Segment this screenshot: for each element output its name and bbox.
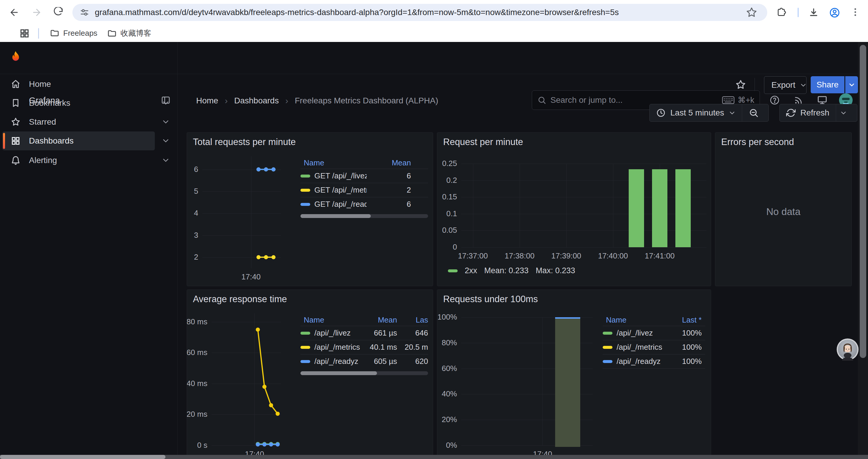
legend-header-name: Name xyxy=(603,316,669,325)
legend-row[interactable]: /api/_/metrics40.1 ms20.5 m xyxy=(301,340,428,354)
refresh-controls: Refresh xyxy=(779,104,857,122)
url-bar[interactable]: grafana.mathmast.com/d/deytv4rwavabkb/fr… xyxy=(72,4,767,21)
series-color-pill xyxy=(301,189,310,192)
assistant-avatar[interactable] xyxy=(836,338,859,361)
back-icon[interactable] xyxy=(9,7,20,18)
chevron-down-icon[interactable] xyxy=(840,109,847,117)
browser-menu-icon[interactable] xyxy=(850,6,861,18)
y-axis-tick-label: 0% xyxy=(437,441,457,450)
panel-title[interactable]: Errors per second xyxy=(721,137,794,147)
panel-errors-per-second[interactable]: Errors per second No data xyxy=(715,132,852,286)
x-axis-tick-label: 17:40 xyxy=(222,272,281,282)
chevron-down-icon[interactable] xyxy=(161,98,170,107)
legend-row[interactable]: /api/_/metrics100% xyxy=(603,340,705,354)
favorite-star-icon[interactable] xyxy=(735,79,746,90)
panel-title[interactable]: Requests under 100ms xyxy=(443,294,538,304)
series-layer xyxy=(212,314,281,446)
sidebar-item-alerting[interactable]: Alerting xyxy=(2,151,155,170)
time-controls: Last 5 minutes xyxy=(649,104,769,122)
legend-value: 646 xyxy=(397,328,428,338)
export-button[interactable]: Export xyxy=(764,76,807,94)
legend-row[interactable]: /api/_/livez661 µs646 xyxy=(301,326,428,340)
legend-header: NameMeanLas xyxy=(301,314,428,326)
bookmark-folder-freeleaps[interactable]: Freeleaps xyxy=(50,28,97,38)
legend-value: 40.1 ms xyxy=(365,342,397,352)
y-axis-tick-label: 4 xyxy=(187,208,198,218)
series-color-pill xyxy=(448,269,458,272)
panel-title[interactable]: Request per minute xyxy=(443,137,523,147)
legend-row[interactable]: /api/_/livez100% xyxy=(603,326,705,340)
legend-row[interactable]: /api/_/readyz605 µs620 xyxy=(301,354,428,368)
legend-series-name[interactable]: 2xx xyxy=(465,266,477,275)
legend-scrollbar[interactable] xyxy=(301,214,428,218)
vertical-scrollbar-thumb[interactable] xyxy=(860,45,866,358)
legend-header-value: Las xyxy=(397,316,428,325)
legend-series-name: GET /api/_/livez xyxy=(314,171,367,181)
apps-grid-icon[interactable] xyxy=(20,28,30,38)
bell-icon xyxy=(11,155,21,165)
zoom-out-icon[interactable] xyxy=(749,108,759,118)
chevron-down-icon[interactable] xyxy=(161,156,170,165)
refresh-divider xyxy=(836,104,836,121)
panel-title[interactable]: Average response time xyxy=(193,294,287,304)
export-label: Export xyxy=(771,80,795,90)
breadcrumb-separator: › xyxy=(225,96,228,106)
time-range-label[interactable]: Last 5 minutes xyxy=(670,108,724,118)
sidebar-item-label: Bookmarks xyxy=(29,98,70,108)
breadcrumb-home[interactable]: Home xyxy=(196,96,218,105)
refresh-icon[interactable] xyxy=(786,108,796,118)
sidebar-item-dashboards[interactable]: Dashboards xyxy=(2,131,155,150)
legend-value: 6 xyxy=(367,171,411,181)
y-axis-tick-label: 5 xyxy=(187,187,198,196)
refresh-label[interactable]: Refresh xyxy=(800,108,829,118)
forward-icon[interactable] xyxy=(31,7,42,18)
share-menu-button[interactable] xyxy=(845,76,858,93)
search-shortcut: ⌘+k xyxy=(738,95,754,105)
legend-row[interactable]: GET /api/_/readyz6 xyxy=(301,197,428,211)
grafana-logo[interactable] xyxy=(8,50,23,65)
browser-toolbar: grafana.mathmast.com/d/deytv4rwavabkb/fr… xyxy=(0,0,868,25)
bookmark-star-icon[interactable] xyxy=(746,7,757,18)
panel-average-response-time[interactable]: Average response time 80 ms60 ms40 ms20 … xyxy=(187,290,433,459)
panel-requests-under-100ms[interactable]: Requests under 100ms 100%80%60%40%20%0%1… xyxy=(437,290,711,459)
sidebar-item-label: Dashboards xyxy=(29,136,73,145)
chevron-down-icon[interactable] xyxy=(728,109,736,117)
legend-header-value: Mean xyxy=(365,316,397,325)
download-icon[interactable] xyxy=(808,7,819,18)
sidebar-item-home[interactable]: Home xyxy=(2,75,155,94)
y-axis-tick-label: 3 xyxy=(187,231,198,240)
series-color-pill xyxy=(301,346,310,349)
panel-request-per-minute[interactable]: Request per minute 0.250.20.150.10.05017… xyxy=(437,132,711,286)
chevron-down-icon[interactable] xyxy=(161,136,170,145)
legend-value: 20.5 m xyxy=(397,342,428,352)
share-button[interactable]: Share xyxy=(811,76,844,93)
toolbar-divider xyxy=(798,8,799,17)
panel-title[interactable]: Total requests per minute xyxy=(193,137,296,147)
chevron-down-icon[interactable] xyxy=(161,117,170,126)
y-axis-tick-label: 0.1 xyxy=(437,209,457,218)
legend-value: 100% xyxy=(669,357,702,366)
horizontal-scrollbar-thumb[interactable] xyxy=(0,455,165,459)
sidebar-item-starred[interactable]: Starred xyxy=(2,112,155,131)
legend-row[interactable]: GET /api/_/metrics2 xyxy=(301,183,428,197)
extensions-icon[interactable] xyxy=(776,7,787,18)
reload-icon[interactable] xyxy=(52,7,63,18)
y-axis-tick-label: 0 s xyxy=(187,441,208,450)
bookmark-label: 收藏博客 xyxy=(121,28,151,38)
actions-divider xyxy=(754,78,755,91)
breadcrumb-dashboards[interactable]: Dashboards xyxy=(234,96,279,105)
series-color-pill xyxy=(603,346,613,349)
legend-scrollbar[interactable] xyxy=(301,371,428,375)
folder-icon xyxy=(107,28,117,38)
site-settings-icon[interactable] xyxy=(80,7,90,18)
sidebar-item-bookmarks[interactable]: Bookmarks xyxy=(2,94,155,112)
help-icon[interactable] xyxy=(769,95,780,105)
url-text[interactable]: grafana.mathmast.com/d/deytv4rwavabkb/fr… xyxy=(95,8,619,17)
search-icon xyxy=(537,96,546,104)
legend-row[interactable]: GET /api/_/livez6 xyxy=(301,169,428,183)
legend-row[interactable]: /api/_/readyz100% xyxy=(603,354,705,368)
bookmark-folder-blogs[interactable]: 收藏博客 xyxy=(107,28,151,38)
profile-icon[interactable] xyxy=(829,7,840,18)
sidebar-divider xyxy=(177,42,178,459)
panel-total-requests[interactable]: Total requests per minute 6543217:40Name… xyxy=(187,132,433,286)
